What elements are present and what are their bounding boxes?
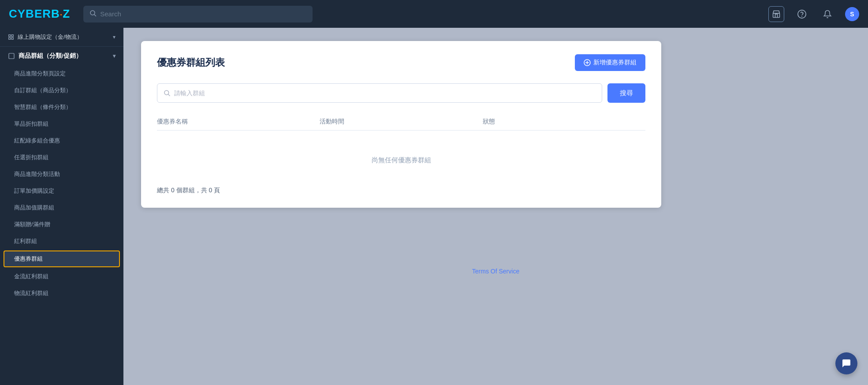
logo-cyber: CYBER [9, 7, 51, 20]
sidebar-item-6[interactable]: 商品進階分類活動 [0, 166, 123, 183]
help-button[interactable] [794, 6, 810, 22]
add-coupon-group-button[interactable]: 新增優惠券群組 [575, 54, 645, 71]
logo-iz: Z [63, 7, 70, 20]
table-header: 優惠券名稱 活動時間 狀態 [157, 113, 645, 131]
svg-rect-8 [11, 37, 13, 39]
sidebar-group-label: 商品群組（分類/促銷） [19, 52, 82, 60]
sidebar-item-5[interactable]: 任選折扣群組 [0, 149, 123, 166]
group-search-input[interactable] [174, 90, 596, 97]
grid-icon [8, 34, 14, 40]
empty-state: 尚無任何優惠券群組 [157, 134, 645, 178]
global-search-bar[interactable] [83, 6, 313, 22]
search-button[interactable]: 搜尋 [607, 83, 645, 103]
logo-biz: B [51, 7, 60, 20]
sidebar-section-online-shop[interactable]: 線上購物設定（金/物流） ▾ [0, 28, 123, 47]
user-avatar[interactable]: S [845, 7, 859, 21]
sidebar-item-13[interactable]: 物流紅利群組 [0, 285, 123, 302]
svg-rect-9 [9, 53, 14, 59]
chat-icon [841, 358, 852, 369]
sidebar-item-8[interactable]: 商品加值購群組 [0, 199, 123, 216]
chevron-down-icon-group: ▾ [113, 53, 115, 59]
top-bar-right: S [768, 6, 859, 22]
group-search-wrap[interactable] [157, 83, 602, 103]
search-input-icon [164, 90, 171, 97]
svg-rect-6 [11, 35, 13, 37]
global-search-input[interactable] [100, 10, 306, 18]
sidebar-item-10[interactable]: 紅利群組 [0, 233, 123, 250]
sidebar-item-0[interactable]: 商品進階分類頁設定 [0, 65, 123, 82]
content-card: 優惠券群組列表 新增優惠券群組 搜尋 優惠券名稱 [141, 41, 661, 208]
page-title: 優惠券群組列表 [157, 56, 225, 69]
store-button[interactable] [768, 6, 784, 22]
sidebar-item-2[interactable]: 智慧群組（條件分類） [0, 99, 123, 116]
sidebar-item-coupon-group[interactable]: 優惠券群組 [4, 250, 120, 267]
plus-icon [584, 59, 591, 66]
logo: CYBERB·Z [9, 7, 70, 21]
sidebar-item-4[interactable]: 紅配綠多組合優惠 [0, 132, 123, 149]
svg-line-1 [94, 15, 96, 16]
sidebar-item-1[interactable]: 自訂群組（商品分類） [0, 82, 123, 99]
svg-rect-5 [9, 35, 11, 37]
search-icon [89, 10, 97, 19]
sidebar-group-product[interactable]: 商品群組（分類/促銷） ▾ [0, 47, 123, 65]
svg-line-14 [168, 94, 170, 96]
sidebar-item-12[interactable]: 金流紅利群組 [0, 268, 123, 285]
notifications-button[interactable] [820, 6, 835, 22]
svg-rect-7 [9, 37, 11, 39]
card-header: 優惠券群組列表 新增優惠券群組 [157, 54, 645, 71]
main-content: 優惠券群組列表 新增優惠券群組 搜尋 優惠券名稱 [123, 28, 868, 385]
footer-count: 總共 0 個群組，共 0 頁 [157, 187, 645, 194]
chat-button[interactable] [835, 352, 857, 374]
package-icon [8, 52, 15, 60]
terms-link[interactable]: Terms Of Service [472, 268, 519, 275]
sidebar-item-3[interactable]: 單品折扣群組 [0, 116, 123, 132]
col-header-time: 活動時間 [320, 118, 482, 126]
col-header-name: 優惠券名稱 [157, 118, 320, 126]
col-header-status: 狀態 [483, 118, 645, 126]
sidebar-item-7[interactable]: 訂單加價購設定 [0, 183, 123, 199]
search-row: 搜尋 [157, 83, 645, 103]
svg-point-3 [798, 10, 806, 18]
sidebar-item-9[interactable]: 滿額贈/滿件贈 [0, 216, 123, 233]
top-bar: CYBERB·Z [0, 0, 868, 28]
chevron-down-icon: ▾ [113, 34, 115, 40]
sidebar-section-label: 線上購物設定（金/物流） [18, 33, 82, 41]
sidebar: 線上購物設定（金/物流） ▾ 商品群組（分類/促銷） ▾ 商品進階分類頁設定 自… [0, 28, 123, 385]
